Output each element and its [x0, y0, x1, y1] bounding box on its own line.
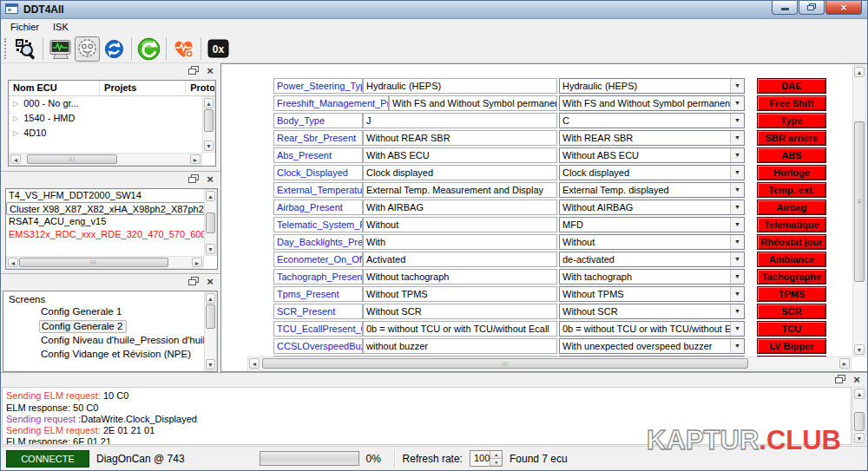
param-name-link[interactable]: Econometer_On_Off: [273, 252, 363, 267]
main-vertical-scrollbar-arrow-2[interactable]: ▼: [854, 344, 865, 355]
param-write-button[interactable]: Horloge: [757, 165, 826, 180]
chevron-down-icon[interactable]: ▼: [730, 339, 744, 353]
vehicles-vertical-scrollbar-thumb[interactable]: [206, 213, 215, 233]
param-write-button[interactable]: Ambiance: [757, 252, 826, 267]
param-name-link[interactable]: Day_Backlights_Pres: [273, 234, 363, 250]
log-vertical-scrollbar-arrow-2[interactable]: ▼: [854, 433, 865, 443]
chevron-down-icon[interactable]: ▼: [730, 322, 744, 336]
connect-button[interactable]: CONNECTE: [6, 450, 89, 468]
param-name-link[interactable]: Airbag_Present: [273, 200, 363, 215]
chevron-down-icon[interactable]: ▼: [730, 114, 744, 128]
ecu-column-header[interactable]: Nom ECU: [9, 81, 100, 95]
param-combobox[interactable]: Without TPMS▼: [559, 286, 745, 302]
vehicle-list-item[interactable]: EMS312x_RDC_xxx_RDE_320_470_570_600_710_…: [6, 228, 217, 241]
ecu-vertical-scrollbar-arrow-1[interactable]: ▲: [204, 98, 214, 108]
param-write-button[interactable]: LV Bipper: [757, 338, 826, 354]
spin-up-icon[interactable]: ▲: [490, 451, 502, 459]
chevron-down-icon[interactable]: ▼: [730, 79, 744, 93]
expander-icon[interactable]: ▷: [13, 114, 18, 122]
main-horizontal-scrollbar-arrow-2[interactable]: ►: [839, 358, 850, 369]
expert-mode-smiley-icon[interactable]: [75, 36, 100, 62]
param-combobox[interactable]: With tachograph▼: [559, 269, 745, 285]
close-button[interactable]: ×: [825, 1, 862, 15]
chevron-down-icon[interactable]: ▼: [730, 200, 744, 214]
chevron-down-icon[interactable]: ▼: [730, 304, 744, 318]
vehicles-vertical-scrollbar-arrow-2[interactable]: ▼: [206, 244, 215, 254]
vehicles-vertical-scrollbar[interactable]: ▲▼: [204, 189, 217, 256]
param-name-link[interactable]: Telematic_System_Pr: [273, 217, 363, 232]
main-horizontal-scrollbar[interactable]: ◄|||►: [247, 357, 852, 370]
vehicle-list-item[interactable]: Cluster X98_X87_X82_xHA_X98ph2_X87ph2_v7…: [6, 202, 217, 215]
chevron-down-icon[interactable]: ▼: [730, 148, 744, 162]
vehicles-horizontal-scrollbar[interactable]: ◄|||►: [6, 256, 204, 269]
refresh-blue-icon[interactable]: [102, 36, 127, 62]
param-write-button[interactable]: Free Shift: [757, 95, 826, 111]
param-combobox[interactable]: 0b = without TCU or with TCU/without Ec▼: [559, 321, 745, 337]
hex-0x-icon[interactable]: 0x: [206, 36, 231, 62]
refresh-rate-spinbox[interactable]: 100 ▲ ▼: [470, 450, 503, 467]
screen-tree-item[interactable]: Config Generale 1: [3, 306, 217, 321]
param-name-link[interactable]: Power_Steering_Typ: [273, 78, 363, 94]
float-dock-icon[interactable]: [834, 374, 846, 385]
close-dock-icon[interactable]: ×: [204, 173, 216, 185]
vehicle-list-item[interactable]: T4_VS_HFM_DDT2000_SW14: [6, 189, 217, 202]
param-write-button[interactable]: Temp. ext.: [757, 182, 826, 198]
param-name-link[interactable]: Tpms_Present: [273, 286, 363, 302]
param-combobox[interactable]: With FS and Without Symbol permanently▼: [559, 95, 745, 111]
screen-tree-item[interactable]: Config Vidange et Révision (NPE): [3, 349, 217, 363]
ecu-column-header[interactable]: Projets: [100, 81, 186, 95]
param-combobox[interactable]: Hydraulic (HEPS)▼: [559, 78, 745, 94]
param-combobox[interactable]: Without ABS ECU▼: [559, 147, 745, 163]
minimize-button[interactable]: [772, 1, 798, 15]
param-combobox[interactable]: C▼: [559, 113, 745, 128]
float-dock-icon[interactable]: [187, 173, 200, 185]
param-write-button[interactable]: SBR arrière: [757, 130, 826, 146]
screen-icon[interactable]: [48, 36, 73, 62]
ecu-tree-row[interactable]: ▷000 - No gr...: [9, 96, 215, 111]
ecu-vertical-scrollbar[interactable]: ▲▼: [202, 96, 215, 153]
param-combobox[interactable]: External Temp. displayed▼: [559, 182, 745, 198]
main-vertical-scrollbar-arrow-1[interactable]: ▲: [854, 67, 865, 77]
param-name-link[interactable]: Tachograph_Present: [273, 269, 363, 285]
chevron-down-icon[interactable]: ▼: [730, 183, 744, 197]
param-combobox[interactable]: With REAR SBR▼: [559, 130, 745, 146]
param-combobox[interactable]: de-activated▼: [559, 252, 745, 267]
param-name-link[interactable]: Rear_Sbr_Present: [273, 130, 363, 146]
toolbar-drag-handle[interactable]: [4, 38, 8, 59]
vehicles-horizontal-scrollbar-thumb[interactable]: |||: [19, 258, 168, 267]
param-combobox[interactable]: With unexpected overspeed buzzer▼: [559, 338, 745, 354]
param-name-link[interactable]: Freeshift_Management_Pre: [273, 95, 389, 111]
ecu-tree-row[interactable]: ▷4D10: [9, 126, 215, 141]
param-name-link[interactable]: CCSLOverspeedBuzzerInhibitic: [273, 338, 363, 354]
ecu-horizontal-scrollbar-arrow-2[interactable]: ►: [190, 154, 201, 164]
param-combobox[interactable]: Without▼: [559, 234, 745, 250]
menu-item-fichier[interactable]: Fichier: [3, 20, 46, 34]
chevron-down-icon[interactable]: ▼: [730, 166, 744, 180]
ecu-horizontal-scrollbar-arrow-1[interactable]: ◄: [10, 154, 21, 164]
chevron-down-icon[interactable]: ▼: [730, 131, 744, 145]
spin-down-icon[interactable]: ▼: [490, 459, 502, 466]
screen-tree-item[interactable]: Config Niveau d'huile_Pression d'huile: [3, 335, 217, 350]
log-vertical-scrollbar-thumb[interactable]: [854, 412, 865, 431]
main-horizontal-scrollbar-thumb[interactable]: |||: [262, 358, 748, 369]
param-combobox[interactable]: Clock displayed▼: [559, 165, 745, 180]
close-dock-icon[interactable]: ×: [204, 65, 216, 76]
param-name-link[interactable]: SCR_Present: [273, 304, 363, 319]
param-write-button[interactable]: DAE: [757, 78, 826, 94]
chevron-down-icon[interactable]: ▼: [730, 235, 744, 249]
refresh-rate-value[interactable]: 100: [470, 451, 490, 466]
param-write-button[interactable]: Telematique: [757, 217, 826, 232]
param-combobox[interactable]: MFD▼: [559, 217, 745, 232]
expander-icon[interactable]: ▷: [13, 129, 18, 137]
param-name-link[interactable]: Clock_Displayed: [273, 165, 363, 180]
screens-vertical-scrollbar-thumb[interactable]: [206, 304, 215, 329]
chevron-down-icon[interactable]: ▼: [730, 287, 744, 301]
screens-vertical-scrollbar-arrow-1[interactable]: ▲: [206, 293, 215, 304]
param-write-button[interactable]: TPMS: [757, 286, 826, 302]
ecu-tree-row[interactable]: ▷1540 - HMD: [9, 111, 215, 126]
main-vertical-scrollbar-thumb[interactable]: ≡: [854, 121, 865, 282]
param-write-button[interactable]: Rhéostat jour: [757, 234, 826, 250]
vehicles-horizontal-scrollbar-arrow-1[interactable]: ◄: [8, 258, 18, 267]
ecu-horizontal-scrollbar-thumb[interactable]: |||: [27, 154, 117, 164]
float-dock-icon[interactable]: [187, 276, 200, 287]
